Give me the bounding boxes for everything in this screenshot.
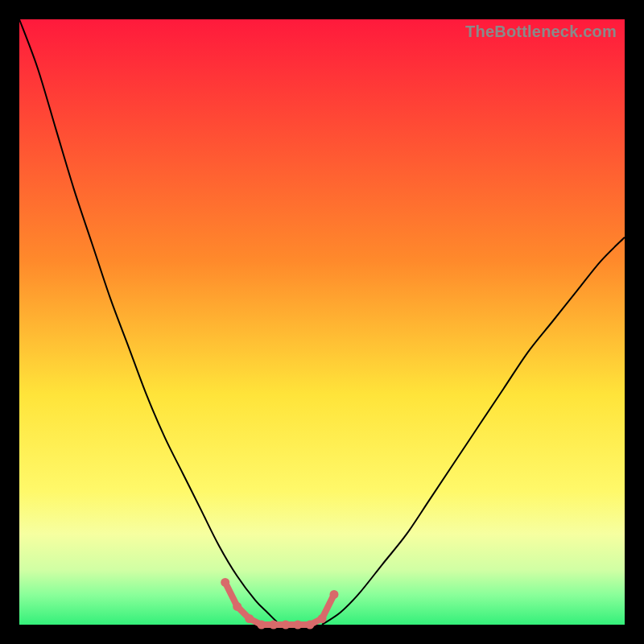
bottom-marker-path bbox=[225, 582, 334, 625]
stage: TheBottleneck.com bbox=[0, 0, 644, 644]
plot-area: TheBottleneck.com bbox=[19, 19, 625, 625]
left-curve-path bbox=[19, 19, 279, 625]
right-curve-path bbox=[322, 237, 625, 625]
chart-svg bbox=[19, 19, 625, 625]
